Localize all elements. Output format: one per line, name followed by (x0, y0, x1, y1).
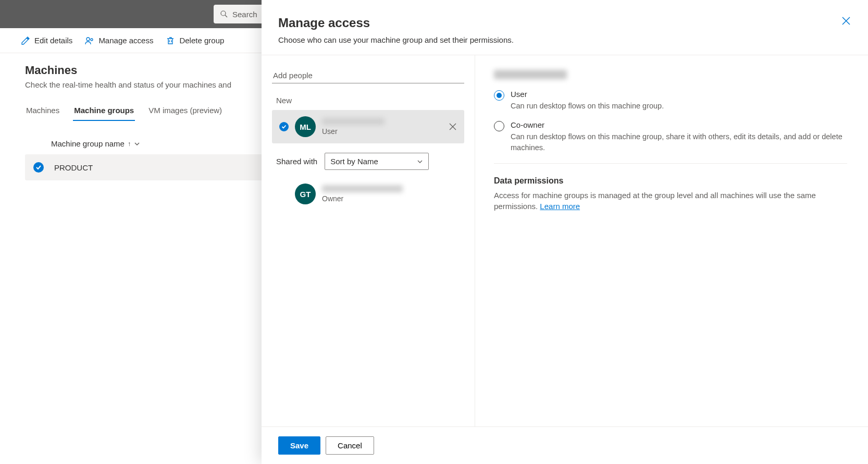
person-selected-icon (279, 122, 289, 131)
svg-point-0 (221, 11, 226, 16)
manage-access-panel: Manage access Choose who can use your ma… (262, 0, 868, 464)
radio-body: Co-owner Can run desktop flows on this m… (511, 120, 847, 153)
panel-header: Manage access Choose who can use your ma… (262, 0, 868, 55)
radio-selected-dot (497, 93, 502, 98)
col-header-name-label: Machine group name (51, 139, 125, 148)
avatar: ML (295, 116, 316, 137)
trash-icon (166, 36, 175, 45)
cmd-manage-access-label: Manage access (98, 36, 153, 45)
shared-with-label: Shared with (276, 157, 317, 166)
person-name-redacted (322, 118, 385, 125)
tab-vm-images[interactable]: VM images (preview) (147, 102, 223, 121)
person-info: User (322, 118, 442, 136)
divider (494, 163, 847, 164)
person-item-new[interactable]: ML User (272, 110, 464, 143)
tab-machine-groups[interactable]: Machine groups (73, 102, 135, 121)
person-item-shared[interactable]: GT Owner (272, 177, 464, 211)
person-name-redacted (322, 185, 403, 192)
col-header-name[interactable]: Machine group name ↑ (51, 139, 140, 148)
save-button[interactable]: Save (278, 436, 320, 455)
remove-person-button[interactable] (449, 123, 457, 131)
pencil-icon (21, 36, 30, 45)
section-label-new: New (272, 96, 464, 105)
radio-user-desc: Can run desktop flows on this machine gr… (511, 101, 847, 111)
panel-title: Manage access (278, 16, 851, 30)
cancel-button[interactable]: Cancel (326, 436, 374, 455)
panel-right-column: User Can run desktop flows on this machi… (475, 55, 868, 426)
panel-footer: Save Cancel (262, 426, 868, 464)
people-icon (85, 36, 94, 45)
chevron-down-icon (417, 158, 423, 165)
search-placeholder: Search (232, 10, 257, 19)
person-check-placeholder (279, 189, 289, 199)
svg-point-2 (86, 38, 90, 41)
sort-select[interactable]: Sort by Name (325, 153, 429, 170)
panel-left-column: New ML User Shared with Sort by Name (262, 55, 475, 426)
radio-option-coowner[interactable]: Co-owner Can run desktop flows on this m… (494, 120, 847, 153)
learn-more-link[interactable]: Learn more (540, 202, 580, 211)
person-info: Owner (322, 185, 457, 203)
add-people-input[interactable] (272, 68, 464, 83)
radio-user-label: User (511, 90, 847, 99)
person-role: Owner (322, 194, 457, 203)
radio-body: User Can run desktop flows on this machi… (511, 90, 847, 111)
radio-coowner-label: Co-owner (511, 120, 847, 129)
selected-person-name-redacted (494, 70, 567, 79)
radio-coowner-desc: Can run desktop flows on this machine gr… (511, 131, 847, 153)
sort-select-label: Sort by Name (330, 157, 378, 166)
data-permissions-title: Data permissions (494, 176, 847, 186)
close-icon (841, 16, 851, 26)
cmd-manage-access[interactable]: Manage access (83, 33, 155, 48)
sort-ascending-icon: ↑ (128, 140, 131, 148)
cmd-delete-group-label: Delete group (179, 36, 224, 45)
tab-machines[interactable]: Machines (25, 102, 60, 121)
chevron-down-icon (134, 141, 140, 147)
radio-user[interactable] (494, 90, 504, 101)
radio-coowner[interactable] (494, 121, 504, 131)
person-role: User (322, 127, 442, 136)
search-icon (220, 10, 228, 18)
row-selected-icon[interactable] (33, 162, 44, 173)
radio-option-user[interactable]: User Can run desktop flows on this machi… (494, 90, 847, 111)
avatar: GT (295, 184, 316, 204)
cmd-delete-group[interactable]: Delete group (164, 33, 226, 48)
panel-subtitle: Choose who can use your machine group an… (278, 35, 851, 44)
cmd-edit-details-label: Edit details (34, 36, 72, 45)
svg-point-3 (91, 39, 93, 41)
shared-with-row: Shared with Sort by Name (272, 153, 464, 170)
panel-body: New ML User Shared with Sort by Name (262, 55, 868, 426)
data-permissions-text: Access for machine groups is managed at … (494, 190, 847, 212)
svg-line-1 (225, 15, 227, 17)
panel-close-button[interactable] (841, 16, 851, 26)
cmd-edit-details[interactable]: Edit details (19, 33, 75, 48)
